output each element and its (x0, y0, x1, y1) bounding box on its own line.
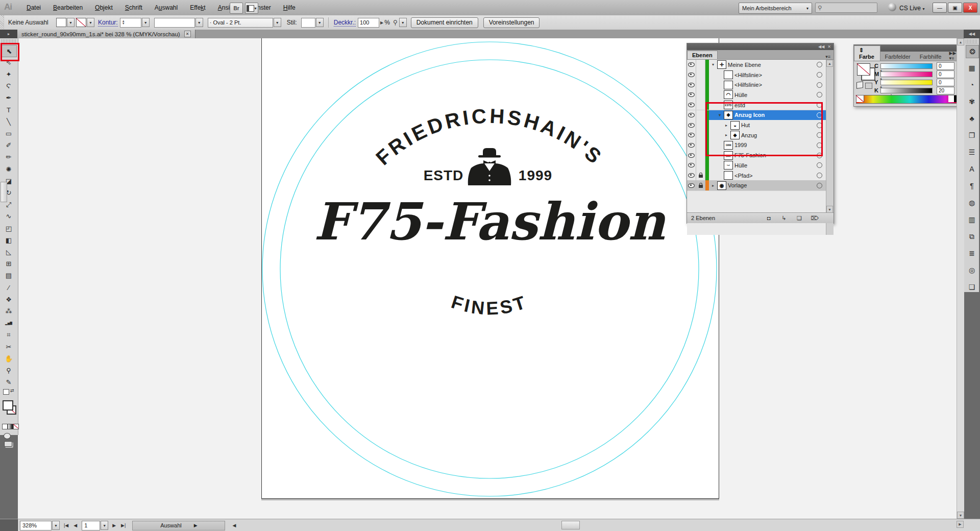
arc-top-text[interactable]: FRIEDRICHSHAIN'S (372, 105, 607, 170)
vertical-scrollbar[interactable]: ▲ ▼ (957, 38, 964, 519)
paintbrush-tool[interactable]: ✐ (2, 140, 16, 151)
visibility-toggle[interactable] (687, 130, 696, 140)
panel-grip[interactable] (0, 15, 4, 30)
variable-width-dropdown[interactable]: ▼ (195, 18, 203, 27)
zoom-dropdown[interactable]: ▼ (52, 521, 60, 530)
visibility-toggle[interactable] (687, 80, 696, 90)
zoom-tool[interactable]: ⚲ (2, 365, 16, 376)
spinner-arrow-icon[interactable]: ▶ (380, 20, 383, 25)
collapse-dock-button[interactable]: ◀◀ (964, 30, 980, 38)
arrange-documents-button[interactable]: ▾ (245, 3, 258, 14)
channel-value-field[interactable]: 0 (937, 62, 954, 70)
layer-row-content[interactable]: ▾✛Meine Ebene (709, 60, 826, 70)
artboard-number-field[interactable]: 1 (82, 521, 100, 530)
fill-proxy[interactable] (3, 400, 13, 411)
artboard-tool[interactable]: ⌗ (2, 329, 16, 341)
lock-toggle[interactable] (696, 120, 705, 130)
menu-item-hilfe[interactable]: Hilfe (278, 2, 301, 13)
layer-row-hilfslinie[interactable]: <Hilfslinie> (687, 70, 826, 81)
artboard-dropdown[interactable]: ▼ (101, 521, 108, 530)
target-circle[interactable] (817, 82, 822, 88)
lock-toggle[interactable] (696, 70, 705, 80)
document-tab[interactable]: sticker_round_90x90mm_1s.ai* bei 328 % (… (17, 30, 195, 38)
suit-icon[interactable] (468, 160, 511, 185)
pathfinder-panel-icon[interactable]: ⧉ (966, 230, 978, 243)
visibility-toggle[interactable] (687, 160, 696, 171)
channel-slider[interactable]: ▲ (880, 71, 933, 77)
graphic-styles-panel-icon[interactable]: ❐ (966, 129, 978, 141)
tab-farbe[interactable]: ⇕ Farbe (854, 45, 880, 61)
vertical-scroll-thumb[interactable] (1, 182, 7, 202)
prev-artboard-icon[interactable]: ◀ (74, 523, 77, 528)
lock-toggle[interactable] (696, 80, 705, 90)
screen-mode-button[interactable] (4, 441, 12, 447)
slice-tool[interactable]: ✂ (2, 341, 16, 352)
mesh-tool[interactable]: ⊞ (2, 258, 16, 270)
channel-value-field[interactable]: 0 (937, 79, 954, 86)
scroll-up-icon[interactable]: ▲ (826, 60, 833, 67)
new-layer-icon[interactable]: ❏ (795, 215, 804, 222)
paragraph-panel-icon[interactable]: ¶ (966, 180, 978, 192)
layer-row-hülle[interactable]: ◠Hülle (687, 90, 826, 101)
restore-button[interactable]: ▣ (948, 3, 962, 13)
scroll-up-icon[interactable]: ▲ (957, 38, 964, 45)
close-button[interactable]: X (963, 3, 977, 13)
layer-row-hilfslinie[interactable]: <Hilfslinie> (687, 80, 826, 90)
out-of-gamut-icon[interactable] (856, 81, 863, 89)
menu-item-objekt[interactable]: Objekt (90, 2, 118, 13)
none-swatch[interactable] (856, 95, 864, 102)
channel-slider[interactable]: ▲ (880, 63, 933, 69)
fill-swatch[interactable] (56, 18, 66, 27)
arc-bottom-text[interactable]: FINEST (449, 291, 530, 319)
swap-fill-stroke-icon[interactable]: ⇄ (10, 388, 14, 393)
bridge-button[interactable]: Br (230, 3, 243, 14)
status-display[interactable]: Auswahl ▶ (132, 521, 225, 530)
style-dropdown[interactable]: ▼ (316, 18, 324, 27)
visibility-toggle[interactable] (687, 150, 696, 160)
menu-item-schrift[interactable]: Schrift (120, 2, 148, 13)
layer-row-content[interactable]: ◠Hülle (709, 90, 826, 100)
layer-row-content[interactable]: <Hilfslinie> (709, 70, 826, 80)
menu-item-bearbeiten[interactable]: Bearbeiten (48, 2, 88, 13)
opacity-label[interactable]: Deckkr.: (334, 19, 356, 27)
symbol-sprayer-tool[interactable]: ⁂ (2, 305, 16, 317)
collapse-panel-icon[interactable]: ◀◀ (818, 44, 824, 49)
channel-value-field[interactable]: 20 (937, 87, 954, 94)
stroke-weight-label[interactable]: Kontur: (98, 19, 118, 27)
menu-item-effekt[interactable]: Effekt (185, 2, 210, 13)
target-circle[interactable] (817, 173, 822, 178)
swatches-panel-icon[interactable]: ▦ (966, 62, 978, 74)
lasso-tool[interactable]: Ϛ (2, 81, 16, 92)
tab-farbhilfe[interactable]: Farbhilfe (915, 53, 946, 61)
cs-live-menu[interactable]: CS Live ▾ (899, 5, 924, 12)
brand-text[interactable]: F75-Fashion (314, 191, 666, 252)
lock-toggle[interactable] (696, 171, 705, 181)
shape-builder-tool[interactable]: ◧ (2, 234, 16, 246)
type-tool[interactable]: T (2, 104, 16, 115)
lock-toggle[interactable] (696, 130, 705, 140)
minimize-button[interactable]: — (933, 3, 947, 13)
layer-row-content[interactable]: ▸◉Vorlage (709, 180, 826, 190)
scroll-right-icon[interactable]: ▶ (957, 521, 964, 528)
target-circle[interactable] (817, 72, 822, 78)
target-circle[interactable] (817, 183, 822, 188)
delete-layer-icon[interactable]: ⌦ (810, 215, 819, 222)
stroke-weight-dropdown[interactable]: ▼ (142, 18, 150, 27)
color-spectrum[interactable] (856, 95, 960, 104)
lock-toggle[interactable] (696, 140, 705, 151)
isolate-selection-icon[interactable]: ⚲ (393, 19, 398, 26)
color-mode-button[interactable] (2, 424, 8, 429)
status-flyout-icon[interactable]: ▶ (194, 523, 198, 528)
none-mode-button[interactable] (13, 424, 19, 429)
drawing-mode-button[interactable] (4, 433, 11, 439)
hat-icon[interactable] (478, 148, 501, 158)
document-setup-button[interactable]: Dokument einrichten (411, 17, 478, 28)
eyedropper-tool[interactable]: ⁄ (2, 282, 16, 293)
stroke-panel-icon[interactable]: ☰ (966, 146, 978, 158)
navigator-panel-icon[interactable]: ❏ (966, 281, 978, 293)
style-field[interactable] (301, 18, 315, 28)
scroll-down-icon[interactable]: ▼ (826, 206, 833, 213)
width-tool[interactable]: ∿ (2, 211, 16, 222)
fill-dropdown[interactable]: ▼ (67, 18, 75, 27)
target-circle[interactable] (817, 92, 822, 98)
